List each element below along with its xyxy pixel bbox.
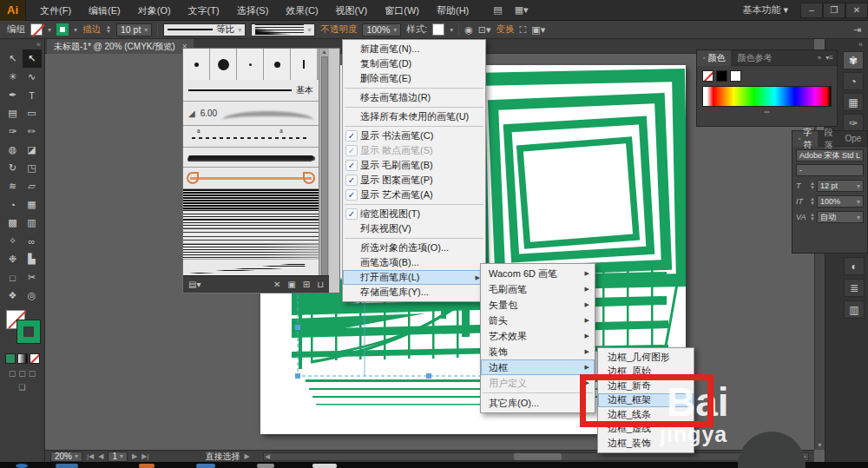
color-guide-icon[interactable]: ◔ [843, 72, 864, 90]
draw-inside-icon[interactable]: ▢ [29, 369, 36, 378]
perspective-grid-tool[interactable]: ▦ [23, 195, 42, 214]
menu-item[interactable]: 边框_几何图形 [598, 350, 694, 365]
calligraphic-brush[interactable] [183, 49, 210, 80]
scroll-up-icon[interactable]: ▲ [321, 49, 327, 55]
color-panel-icon[interactable]: ✾ [843, 51, 864, 69]
hand-tool[interactable]: ❖ [3, 287, 23, 305]
dock-collapse-icon[interactable]: « [858, 40, 866, 49]
panel-menu-icon[interactable]: ▾≡ [825, 54, 833, 62]
menu-item[interactable]: ✓ 显示 散点画笔(S) ▶ [343, 143, 485, 158]
taskbar-app-icon[interactable] [257, 464, 274, 468]
swatches-icon[interactable]: ▦ [843, 93, 864, 111]
menu-item[interactable]: 编辑(E) [80, 0, 129, 21]
fill-dropdown-icon[interactable]: ▾ [48, 26, 51, 34]
tab-color[interactable]: ◦颜色 [697, 50, 731, 66]
scroll-down-icon[interactable]: ▼ [817, 442, 823, 448]
zoom-tool[interactable]: ◎ [23, 287, 42, 305]
artboards-icon[interactable]: ▥ [844, 300, 865, 319]
artboard-nav-first[interactable]: |◀ [87, 452, 94, 460]
bristle-brush-row[interactable]: ◢ 6.00 [183, 102, 319, 126]
mesh-tool[interactable]: ▩ [3, 214, 23, 232]
stroke-color-swatch[interactable] [56, 23, 69, 36]
artboard-nav-last[interactable]: ▶| [141, 452, 148, 460]
tab-character[interactable]: ◦字符 [792, 131, 818, 147]
direct-selection-tool[interactable]: ↖ [23, 49, 42, 68]
scale-field[interactable]: 100%▾ [817, 195, 864, 208]
horizontal-scroll-thumb[interactable] [514, 453, 562, 460]
menu-item[interactable]: ✓ 列表视图(V) ▶ [343, 221, 485, 236]
tab-opentype[interactable]: Ope [838, 131, 867, 147]
artboard-nav-next[interactable]: ▶ [132, 452, 137, 460]
eyedropper-tool[interactable]: ✧ [3, 232, 23, 250]
menu-item[interactable]: ✓ 显示 艺术画笔(A) ▶ [343, 188, 485, 202]
close-button[interactable]: ✕ [845, 3, 868, 18]
color-spectrum-bar[interactable] [702, 86, 832, 107]
width-profile-field[interactable]: 等比▾ [163, 23, 246, 36]
eraser-tool[interactable]: ◪ [23, 141, 42, 159]
appearance-icon[interactable]: ◐ [844, 257, 865, 275]
panel-resize-grip[interactable]: ▬ [697, 109, 837, 114]
menu-item[interactable]: ✓ 新建画笔(N)... ▶ [343, 42, 485, 56]
menu-item[interactable]: 箭头 ▶ [481, 313, 595, 328]
font-size-stepper[interactable]: ▲▼ [810, 181, 815, 190]
calligraphic-brush[interactable] [291, 49, 318, 80]
transform-link[interactable]: 变换 [496, 23, 515, 36]
align-icon[interactable]: ⛶ [520, 24, 527, 36]
menu-item[interactable]: 边框 ▶ [481, 359, 595, 375]
font-family-field[interactable]: Adobe 宋体 Std L [796, 149, 864, 161]
menu-item[interactable]: 帮助(H) [428, 0, 477, 21]
scroll-left-icon[interactable]: ◀ [264, 453, 272, 460]
gradient-tool[interactable]: ▥ [23, 214, 42, 232]
delete-brush-icon[interactable]: ⊔ [317, 280, 324, 289]
stroke-proxy-swatch[interactable] [17, 320, 40, 343]
menu-item[interactable]: 文件(F) [31, 0, 80, 21]
screen-mode-icon[interactable]: ❏ [18, 383, 25, 392]
menu-item[interactable]: ✓ 打开画笔库(L) ▶ [343, 270, 485, 285]
hatch-brush-row[interactable] [183, 244, 319, 260]
tab-paragraph[interactable]: 段落 [818, 131, 838, 147]
stroke-link[interactable]: 描边 [82, 23, 101, 36]
magic-wand-tool[interactable]: ✳ [3, 68, 23, 86]
menu-item[interactable]: 用户定义 ▶ [481, 375, 595, 391]
ornament-brush-row[interactable] [183, 168, 319, 189]
rectangle-tool[interactable]: ▭ [23, 104, 42, 122]
hatch-brush-row[interactable] [183, 189, 319, 210]
calligraphic-brush[interactable] [264, 49, 291, 80]
menu-item[interactable]: 艺术效果 ▶ [481, 328, 595, 344]
draw-normal-icon[interactable]: ▢ [9, 369, 16, 378]
artboard-tool[interactable]: □ [3, 268, 23, 287]
layers-icon[interactable]: ≣ [844, 279, 865, 297]
line-segment-tool[interactable]: ▤ [3, 104, 23, 122]
artboard-nav-prev[interactable]: ◀ [98, 452, 103, 460]
zoom-level-field[interactable]: 20%▾ [50, 452, 82, 462]
brushes-scrollbar[interactable]: ▲ ▼ [319, 49, 329, 293]
menu-item[interactable]: 矢量包 ▶ [481, 297, 595, 313]
menu-item[interactable]: ✓ 显示 图案画笔(P) ▶ [343, 173, 485, 188]
none-button[interactable] [30, 353, 40, 364]
pen-tool[interactable]: ✒ [3, 86, 23, 104]
calligraphic-brush[interactable] [210, 49, 237, 80]
rotate-tool[interactable]: ↻ [3, 159, 23, 177]
document-tab[interactable]: 未标题-1* @ 20% (CMYK/预览) × [47, 39, 194, 54]
lasso-tool[interactable]: ∿ [23, 68, 42, 86]
artboard-number-field[interactable]: 1▾ [108, 452, 128, 462]
free-transform-tool[interactable]: ▱ [23, 177, 42, 195]
menu-item[interactable]: 装饰 ▶ [481, 344, 595, 359]
paintbrush-tool[interactable]: ✑ [3, 122, 23, 141]
tools-collapse-icon[interactable]: « [0, 39, 44, 49]
scale-stepper[interactable]: ▲▼ [810, 197, 815, 206]
width-tool[interactable]: ≋ [3, 177, 23, 195]
fill-color-swatch[interactable] [30, 23, 43, 36]
menu-item[interactable]: ✓ 选择所有未使用的画笔(U) ▶ [343, 109, 485, 124]
taskbar-app-icon[interactable] [196, 464, 215, 468]
isolate-icon[interactable]: ▣▾ [531, 24, 545, 36]
workspace-switcher[interactable]: 基本功能 ▾ [742, 3, 793, 16]
menu-item[interactable]: ✓ 复制画笔(D) ▶ [343, 56, 485, 71]
calligraphic-brush[interactable] [237, 49, 264, 80]
charcoal-brush-row[interactable] [183, 148, 319, 168]
menu-item[interactable]: 毛刷画笔 ▶ [481, 281, 595, 297]
menu-item[interactable]: ✓ 删除画笔(E) ▶ [343, 71, 485, 86]
draw-behind-icon[interactable]: ▢ [18, 369, 26, 378]
blend-tool[interactable]: ∞ [23, 232, 42, 250]
brush-libraries-icon[interactable]: ▤▾ [188, 280, 201, 289]
